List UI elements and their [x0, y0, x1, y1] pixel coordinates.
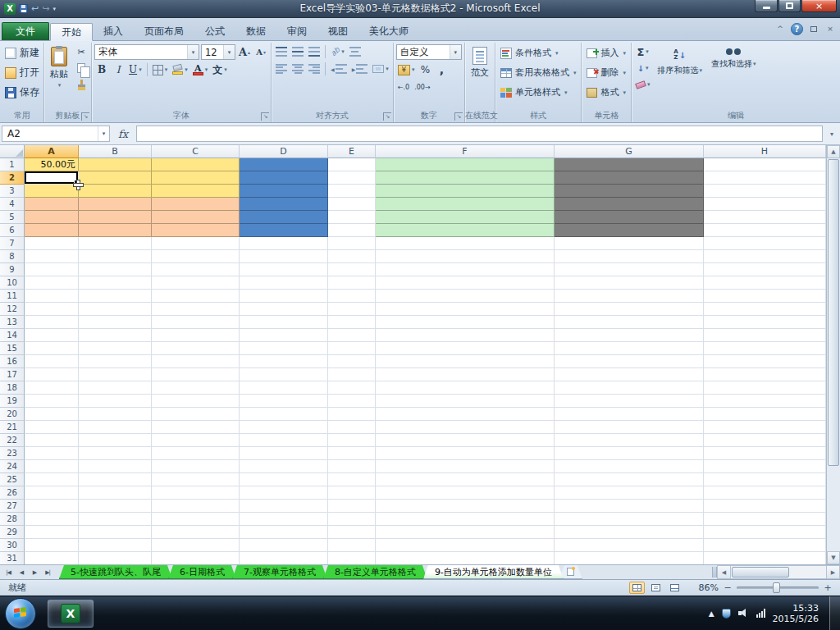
cell-H13[interactable] — [704, 316, 826, 329]
cell-G16[interactable] — [555, 355, 704, 368]
cell-E4[interactable] — [328, 198, 376, 211]
close-button[interactable]: × — [801, 0, 837, 12]
decrease-indent-button[interactable]: ◀ — [329, 62, 349, 76]
column-header-B[interactable]: B — [79, 145, 152, 158]
row-header-13[interactable]: 13 — [0, 316, 25, 329]
row-header-18[interactable]: 18 — [0, 381, 25, 395]
cell-A31[interactable] — [25, 552, 79, 564]
cell-G8[interactable] — [555, 250, 704, 263]
undo-button[interactable]: ↩ — [31, 2, 39, 15]
cell-B19[interactable] — [79, 395, 152, 408]
increase-decimal-button[interactable]: ←.0 — [396, 80, 411, 94]
cell-G21[interactable] — [555, 421, 704, 434]
workbook-close-button[interactable]: × — [824, 22, 836, 35]
cell-F1[interactable] — [376, 158, 555, 171]
row-header-28[interactable]: 28 — [0, 513, 25, 526]
cell-G14[interactable] — [555, 329, 704, 342]
cell-G15[interactable] — [555, 342, 704, 355]
cell-A8[interactable] — [25, 250, 79, 263]
cell-B12[interactable] — [79, 303, 152, 316]
cell-C8[interactable] — [152, 250, 240, 263]
cell-D7[interactable] — [240, 237, 328, 250]
format-cells-button[interactable]: 格式▾ — [584, 84, 628, 101]
show-hidden-icons-button[interactable]: ▲ — [709, 609, 714, 618]
insert-cells-button[interactable]: 插入▾ — [584, 44, 628, 62]
cell-E18[interactable] — [328, 381, 376, 395]
cell-H15[interactable] — [704, 342, 826, 355]
cell-H8[interactable] — [704, 250, 826, 263]
cell-D2[interactable] — [240, 171, 328, 185]
cell-D4[interactable] — [240, 198, 328, 211]
cell-H18[interactable] — [704, 381, 826, 395]
cell-B28[interactable] — [79, 513, 152, 526]
vertical-scrollbar[interactable]: ▲ ▼ — [826, 145, 840, 564]
row-header-21[interactable]: 21 — [0, 421, 25, 434]
zoom-in-button[interactable]: + — [822, 582, 833, 593]
cell-B4[interactable] — [79, 198, 152, 211]
cell-F12[interactable] — [376, 303, 555, 316]
cell-D11[interactable] — [240, 290, 328, 303]
cell-H16[interactable] — [704, 355, 826, 368]
cell-E31[interactable] — [328, 552, 376, 564]
cell-styles-button[interactable]: 单元格样式▾ — [498, 84, 579, 101]
cell-A18[interactable] — [25, 381, 79, 395]
cell-C12[interactable] — [152, 303, 240, 316]
cell-E10[interactable] — [328, 276, 376, 290]
cell-B24[interactable] — [79, 460, 152, 473]
cell-C27[interactable] — [152, 500, 240, 513]
row-header-30[interactable]: 30 — [0, 539, 25, 552]
cell-F20[interactable] — [376, 408, 555, 421]
cell-H19[interactable] — [704, 395, 826, 408]
cell-G5[interactable] — [555, 211, 704, 224]
cell-C24[interactable] — [152, 460, 240, 473]
cell-A24[interactable] — [25, 460, 79, 473]
cell-B25[interactable] — [79, 473, 152, 486]
cell-B18[interactable] — [79, 381, 152, 395]
row-header-11[interactable]: 11 — [0, 290, 25, 303]
cell-D19[interactable] — [240, 395, 328, 408]
cell-F25[interactable] — [376, 473, 555, 486]
excel-app-icon[interactable]: X — [4, 3, 16, 15]
cell-E30[interactable] — [328, 539, 376, 552]
scroll-down-button[interactable]: ▼ — [827, 551, 840, 564]
orientation-button[interactable]: ab▾ — [329, 44, 346, 59]
sheet-tab-5[interactable]: 9-自动为单元格添加数量单位 — [423, 565, 564, 579]
format-painter-button[interactable] — [74, 77, 89, 92]
name-box[interactable]: A2▾ — [2, 126, 110, 142]
cell-B15[interactable] — [79, 342, 152, 355]
row-header-2[interactable]: 2 — [0, 171, 25, 185]
cell-E23[interactable] — [328, 447, 376, 460]
open-button[interactable]: 打开 — [3, 64, 41, 81]
row-header-12[interactable]: 12 — [0, 303, 25, 316]
cell-E27[interactable] — [328, 500, 376, 513]
cell-F7[interactable] — [376, 237, 555, 250]
vertical-scroll-thumb[interactable] — [828, 159, 839, 466]
column-header-A[interactable]: A — [25, 145, 79, 158]
sheet-tab-1[interactable]: 5-快速跳到队头、队尾 — [59, 565, 172, 579]
cell-H5[interactable] — [704, 211, 826, 224]
cell-C13[interactable] — [152, 316, 240, 329]
workbook-restore-button[interactable] — [808, 22, 819, 35]
cell-D26[interactable] — [240, 486, 328, 500]
cell-E3[interactable] — [328, 185, 376, 198]
cell-F22[interactable] — [376, 434, 555, 447]
formula-input[interactable] — [136, 126, 823, 142]
cell-H20[interactable] — [704, 408, 826, 421]
cell-G13[interactable] — [555, 316, 704, 329]
cell-C25[interactable] — [152, 473, 240, 486]
row-header-14[interactable]: 14 — [0, 329, 25, 342]
cell-H9[interactable] — [704, 263, 826, 276]
save-quick-button[interactable] — [19, 2, 28, 15]
ribbon-tab-5[interactable]: 数据 — [235, 22, 276, 40]
cell-F31[interactable] — [376, 552, 555, 564]
row-header-1[interactable]: 1 — [0, 158, 25, 171]
taskbar-clock[interactable]: 15:33 2015/5/26 — [773, 603, 822, 624]
number-format-combo[interactable]: 自定义▾ — [396, 44, 462, 60]
cell-G6[interactable] — [555, 224, 704, 237]
horizontal-scrollbar[interactable]: ◀ ▶ — [717, 565, 840, 579]
cell-B3[interactable] — [79, 185, 152, 198]
new-button[interactable]: 新建 — [3, 44, 41, 62]
vertical-scroll-track[interactable] — [827, 158, 840, 551]
redo-button[interactable]: ↪ — [42, 2, 49, 15]
cell-A16[interactable] — [25, 355, 79, 368]
